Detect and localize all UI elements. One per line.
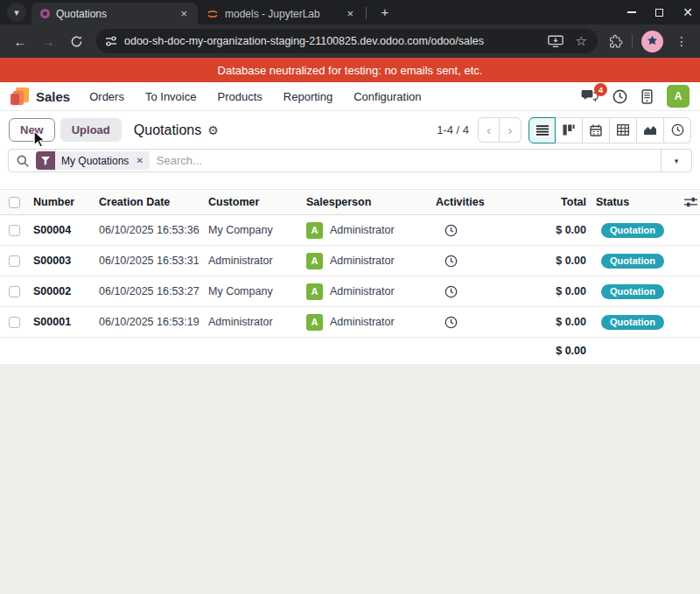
activity-clock-icon[interactable] <box>444 255 458 268</box>
kanban-view-icon <box>563 124 575 136</box>
profile-glyph <box>647 36 658 47</box>
row-checkbox[interactable] <box>9 255 20 267</box>
window-close-icon[interactable]: ✕ <box>682 6 693 18</box>
menu-products[interactable]: Products <box>217 90 262 103</box>
search-icon <box>17 155 29 167</box>
bookmark-star-icon[interactable]: ☆ <box>576 33 587 49</box>
browser-profile-avatar[interactable] <box>641 31 663 52</box>
view-kanban-button[interactable] <box>556 117 583 143</box>
app-menu-sales[interactable]: Sales <box>36 89 70 104</box>
menu-configuration[interactable]: Configuration <box>354 90 421 103</box>
forward-button[interactable]: → <box>37 30 60 52</box>
pager-next-button[interactable]: › <box>500 117 522 143</box>
tab-quotations[interactable]: Quotations × <box>32 3 198 24</box>
install-app-icon[interactable] <box>548 35 564 48</box>
header-total[interactable]: Total <box>530 196 586 208</box>
cell-number: S00003 <box>32 255 97 267</box>
menu-reporting[interactable]: Reporting <box>284 90 332 103</box>
odoo-menu: Orders To Invoice Products Reporting Con… <box>89 90 421 103</box>
cell-customer: My Company <box>206 285 304 297</box>
back-button[interactable]: ← <box>9 30 32 52</box>
header-number[interactable]: Number <box>32 196 97 208</box>
facet-remove-icon[interactable]: ✕ <box>135 156 149 165</box>
cell-total: $ 0.00 <box>530 316 586 328</box>
activity-clock-icon[interactable] <box>444 285 458 298</box>
search-input[interactable] <box>157 154 661 167</box>
user-avatar[interactable]: A <box>667 85 690 108</box>
activity-clock-icon[interactable] <box>444 316 458 329</box>
search-options-toggle[interactable]: ▾ <box>661 150 691 171</box>
gear-icon[interactable]: ⚙ <box>207 123 219 137</box>
row-checkbox[interactable] <box>9 225 20 236</box>
footer-total: $ 0.00 <box>530 345 586 357</box>
reload-button[interactable] <box>65 30 88 52</box>
site-settings-icon[interactable] <box>105 35 117 47</box>
view-activity-button[interactable] <box>664 117 691 143</box>
cell-creation-date: 06/10/2025 16:53:31 <box>97 255 206 267</box>
salesperson-avatar: A <box>306 314 323 331</box>
salesperson-avatar: A <box>306 283 323 300</box>
new-button[interactable]: New <box>9 118 55 142</box>
close-tab-icon[interactable]: × <box>178 7 189 20</box>
table-footer-row: $ 0.00 <box>0 338 700 364</box>
extensions-puzzle-icon[interactable] <box>608 34 623 49</box>
message-count-badge: 4 <box>594 83 607 96</box>
cell-creation-date: 06/10/2025 16:53:36 <box>97 224 206 236</box>
close-tab-icon[interactable]: × <box>345 7 355 20</box>
header-creation-date[interactable]: Creation Date <box>97 196 206 208</box>
menu-to-invoice[interactable]: To Invoice <box>145 90 197 103</box>
activities-button[interactable] <box>612 89 627 104</box>
chevron-left-icon: ‹ <box>486 122 491 137</box>
table-row[interactable]: S00004 06/10/2025 16:53:36 My Company A … <box>0 215 700 246</box>
minimize-icon[interactable] <box>627 11 636 13</box>
cell-total: $ 0.00 <box>530 224 586 236</box>
pivot-view-icon <box>617 124 629 136</box>
row-checkbox[interactable] <box>9 286 20 297</box>
sales-app-icon[interactable] <box>10 87 29 106</box>
view-pivot-button[interactable] <box>610 117 637 143</box>
upload-button[interactable]: Upload <box>60 118 122 142</box>
messages-button[interactable]: 4 <box>581 89 598 103</box>
header-activities[interactable]: Activities <box>434 196 530 208</box>
page-background <box>0 364 700 594</box>
url-text[interactable]: odoo-sh-doc-my-organization-staging-2110… <box>124 35 541 47</box>
header-salesperson[interactable]: Salesperson <box>304 196 434 208</box>
list-gap <box>0 177 700 189</box>
pager-previous-button[interactable]: ‹ <box>478 117 500 143</box>
list-view-icon <box>536 125 549 136</box>
page-title[interactable]: Quotations <box>134 122 201 138</box>
cell-customer: My Company <box>206 224 304 236</box>
tab-title: models - JupyterLab <box>225 8 339 20</box>
adjust-columns-icon[interactable] <box>684 197 697 207</box>
tab-jupyterlab[interactable]: models - JupyterLab × <box>198 3 364 24</box>
select-all-checkbox[interactable] <box>9 197 20 208</box>
systray: 4 A <box>581 85 690 108</box>
search-bar[interactable]: My Quotations ✕ ▾ <box>8 149 692 172</box>
new-tab-button[interactable]: + <box>375 2 395 21</box>
activity-clock-icon[interactable] <box>444 224 458 237</box>
activity-view-icon <box>671 123 684 136</box>
view-list-button[interactable] <box>528 117 556 143</box>
row-checkbox[interactable] <box>9 317 20 328</box>
view-graph-button[interactable] <box>637 117 664 143</box>
facet-label: My Quotations <box>55 155 135 167</box>
header-status[interactable]: Status <box>594 196 682 208</box>
table-row[interactable]: S00002 06/10/2025 16:53:27 My Company A … <box>0 276 700 307</box>
address-bar[interactable]: odoo-sh-doc-my-organization-staging-2110… <box>96 29 598 53</box>
table-header-row: Number Creation Date Customer Salesperso… <box>0 189 700 215</box>
mobile-app-button[interactable] <box>641 89 653 104</box>
table-row[interactable]: S00003 06/10/2025 16:53:31 Administrator… <box>0 246 700 276</box>
cell-number: S00002 <box>32 285 97 297</box>
cell-salesperson: Administrator <box>330 255 395 267</box>
header-customer[interactable]: Customer <box>206 196 304 208</box>
cell-creation-date: 06/10/2025 16:53:19 <box>97 316 206 328</box>
cell-customer: Administrator <box>206 255 304 267</box>
tab-search-button[interactable]: ▾ <box>7 3 26 22</box>
browser-menu-icon[interactable]: ⋮ <box>672 34 691 48</box>
browser-tab-strip: ▾ Quotations × models - JupyterLab × + ✕ <box>0 0 700 24</box>
menu-orders[interactable]: Orders <box>89 90 124 103</box>
view-calendar-button[interactable] <box>583 117 610 143</box>
table-row[interactable]: S00001 06/10/2025 16:53:19 Administrator… <box>0 307 700 338</box>
maximize-icon[interactable] <box>655 9 663 17</box>
search-facet-my-quotations[interactable]: My Quotations ✕ <box>36 151 150 170</box>
